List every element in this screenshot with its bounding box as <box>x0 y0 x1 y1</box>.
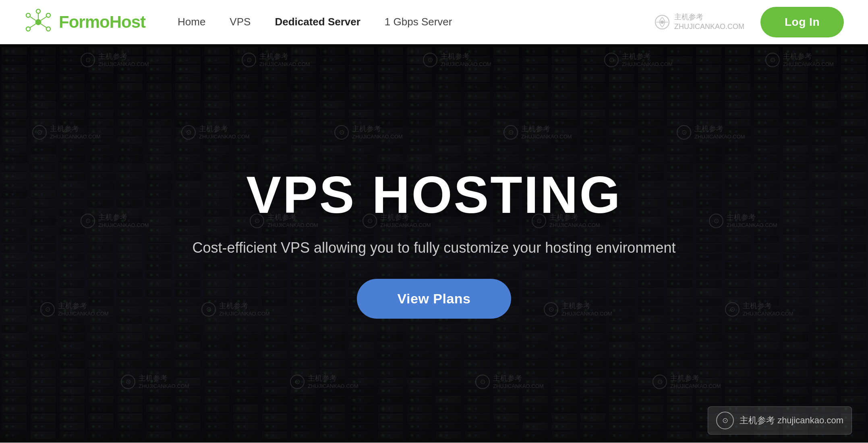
view-plans-button[interactable]: View Plans <box>357 279 511 319</box>
logo-link[interactable]: FormoHost <box>24 8 145 36</box>
nav-item-1gbps[interactable]: 1 Gbps Server <box>385 16 452 28</box>
logo-text-prefix: Formo <box>59 12 110 31</box>
hero-content: VPS HOSTING Cost-efficient VPS allowing … <box>193 169 676 319</box>
watermark-text: 主机参考 ZHUJICANKAO.COM <box>674 12 744 31</box>
watermark-line2: ZHUJICANKAO.COM <box>674 22 744 31</box>
svg-point-0 <box>35 19 41 25</box>
svg-point-1 <box>26 13 30 17</box>
svg-line-10 <box>41 24 47 28</box>
watermark-top-right: 主机参考 ZHUJICANKAO.COM <box>654 12 744 31</box>
logo-text-suffix: Host <box>110 12 145 31</box>
hero-section: ⊙ 主机参考ZHUJICANKAO.COM ⊙ 主机参考ZHUJICANKAO.… <box>0 44 868 443</box>
nav-item-vps[interactable]: VPS <box>230 16 251 28</box>
svg-point-2 <box>46 13 50 17</box>
nav-link-1gbps[interactable]: 1 Gbps Server <box>385 16 452 28</box>
nav-item-dedicated-server[interactable]: Dedicated Server <box>275 16 360 28</box>
nav-link-vps[interactable]: VPS <box>230 16 251 28</box>
login-button[interactable]: Log In <box>760 7 844 37</box>
hero-title: VPS HOSTING <box>246 169 621 221</box>
watermark-icon <box>654 14 670 30</box>
navbar: FormoHost Home VPS Dedicated Server 1 Gb… <box>0 0 868 44</box>
svg-line-8 <box>41 16 47 21</box>
svg-line-7 <box>30 16 36 21</box>
bottom-watermark-icon: ⊙ <box>716 412 734 429</box>
logo-icon <box>24 8 52 36</box>
nav-links: Home VPS Dedicated Server 1 Gbps Server <box>178 16 452 28</box>
hero-subtitle: Cost-efficient VPS allowing you to fully… <box>193 237 676 259</box>
svg-point-5 <box>36 9 40 13</box>
bottom-watermark-bar: ⊙ 主机参考 zhujicankao.com <box>708 406 852 435</box>
logo-text: FormoHost <box>59 12 145 32</box>
nav-item-home[interactable]: Home <box>178 16 205 28</box>
nav-link-dedicated-server[interactable]: Dedicated Server <box>275 16 360 28</box>
nav-link-home[interactable]: Home <box>178 16 205 28</box>
navbar-right: 主机参考 ZHUJICANKAO.COM Log In <box>654 7 844 37</box>
navbar-left: FormoHost Home VPS Dedicated Server 1 Gb… <box>24 8 452 36</box>
svg-line-9 <box>30 24 36 28</box>
bottom-watermark-text: 主机参考 zhujicankao.com <box>740 415 843 427</box>
svg-point-4 <box>46 27 50 31</box>
watermark-line1: 主机参考 <box>674 12 744 22</box>
svg-point-3 <box>26 27 30 31</box>
